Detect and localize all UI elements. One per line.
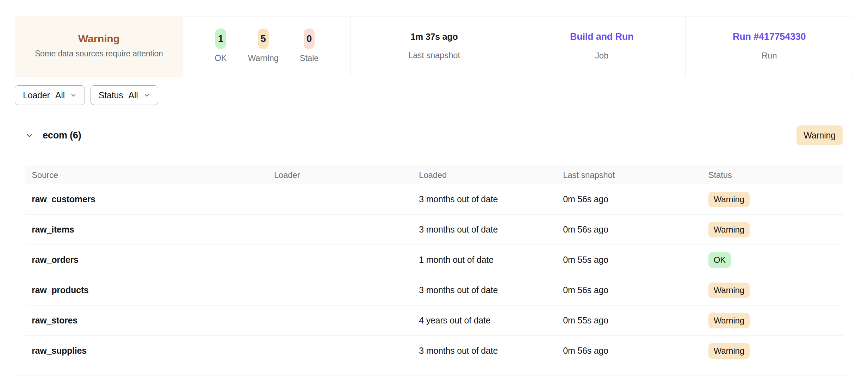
loaded-cell: 1 month out of date bbox=[412, 255, 556, 265]
table-row: raw_items 3 months out of date 0m 56s ag… bbox=[25, 215, 843, 245]
last-snapshot-cell: 0m 55s ago bbox=[556, 255, 701, 265]
status-counts-cell: 1 OK 5 Warning 0 Stale bbox=[183, 17, 351, 77]
source-name: raw_stores bbox=[25, 315, 267, 326]
loaded-cell: 3 months out of date bbox=[412, 224, 556, 235]
sources-table: Source Loader Loaded Last snapshot Statu… bbox=[25, 166, 843, 366]
overall-status-subtitle: Some data sources require attention bbox=[35, 48, 163, 59]
overall-status-title: Warning bbox=[78, 33, 119, 45]
table-row: raw_supplies 3 months out of date 0m 56s… bbox=[25, 336, 843, 366]
table-row: raw_orders 1 month out of date 0m 55s ag… bbox=[25, 245, 843, 275]
col-header-loaded: Loaded bbox=[412, 170, 556, 180]
last-snapshot-cell: 1m 37s ago Last snapshot bbox=[350, 17, 518, 77]
table-row: raw_stores 4 years out of date 0m 55s ag… bbox=[25, 305, 843, 336]
last-snapshot-cell: 0m 56s ago bbox=[556, 194, 701, 204]
stale-count-label: Stale bbox=[300, 53, 319, 63]
summary-card: Warning Some data sources require attent… bbox=[15, 17, 853, 77]
loaded-cell: 3 months out of date bbox=[412, 194, 556, 204]
col-header-loader: Loader bbox=[267, 170, 412, 180]
overall-status-cell: Warning Some data sources require attent… bbox=[15, 17, 183, 77]
status-badge: Warning bbox=[708, 192, 750, 207]
last-snapshot-cell: 0m 56s ago bbox=[556, 346, 701, 356]
data-sources-page: Warning Some data sources require attent… bbox=[0, 17, 868, 376]
loader-filter-dropdown[interactable]: Loader All bbox=[15, 85, 85, 105]
source-name: raw_products bbox=[25, 285, 267, 295]
loaded-cell: 4 years out of date bbox=[412, 315, 556, 326]
source-name: raw_supplies bbox=[25, 346, 267, 356]
loaded-cell: 3 months out of date bbox=[412, 285, 556, 295]
section-divider bbox=[15, 116, 853, 116]
chevron-down-icon bbox=[143, 92, 150, 99]
stat-warning: 5 Warning bbox=[248, 29, 279, 63]
last-snapshot-cell: 0m 55s ago bbox=[556, 315, 701, 326]
chevron-down-icon bbox=[70, 92, 77, 99]
col-header-status: Status bbox=[701, 170, 843, 180]
status-filter-label: Status bbox=[99, 90, 123, 100]
status-badge: Warning bbox=[708, 343, 750, 359]
group-status-badge: Warning bbox=[796, 125, 843, 145]
status-badge: Warning bbox=[708, 313, 750, 328]
run-link[interactable]: Run #417754330 bbox=[733, 31, 806, 42]
bottom-divider bbox=[15, 376, 853, 376]
stale-count-pill: 0 bbox=[304, 29, 315, 49]
status-badge: Warning bbox=[708, 222, 750, 237]
status-filter-value: All bbox=[129, 90, 138, 100]
run-label: Run bbox=[762, 51, 777, 61]
stat-stale: 0 Stale bbox=[300, 29, 319, 63]
job-link[interactable]: Build and Run bbox=[570, 31, 633, 42]
ok-count-label: OK bbox=[215, 53, 227, 63]
last-snapshot-cell: 0m 56s ago bbox=[556, 224, 701, 235]
warning-count-label: Warning bbox=[248, 53, 279, 63]
job-cell: Build and Run Job bbox=[518, 17, 686, 77]
table-header-row: Source Loader Loaded Last snapshot Statu… bbox=[25, 166, 843, 184]
chevron-down-icon bbox=[25, 131, 34, 140]
loaded-cell: 3 months out of date bbox=[412, 346, 556, 356]
stat-ok: 1 OK bbox=[215, 29, 227, 63]
loader-filter-value: All bbox=[55, 90, 65, 100]
col-header-last-snapshot: Last snapshot bbox=[556, 170, 701, 180]
status-filter-dropdown[interactable]: Status All bbox=[91, 85, 158, 105]
last-snapshot-label: Last snapshot bbox=[408, 50, 460, 60]
table-row: raw_products 3 months out of date 0m 56s… bbox=[25, 275, 843, 305]
source-name: raw_items bbox=[25, 224, 267, 235]
source-name: raw_orders bbox=[25, 255, 267, 265]
col-header-source: Source bbox=[25, 170, 267, 180]
group-title: ecom (6) bbox=[43, 130, 81, 141]
status-badge: Warning bbox=[708, 283, 750, 298]
loader-filter-label: Loader bbox=[23, 90, 50, 100]
last-snapshot-cell: 0m 56s ago bbox=[556, 285, 701, 295]
job-label: Job bbox=[595, 51, 608, 61]
last-snapshot-value: 1m 37s ago bbox=[410, 32, 458, 42]
ok-count-pill: 1 bbox=[215, 29, 226, 49]
group-header-ecom[interactable]: ecom (6) Warning bbox=[15, 125, 853, 145]
warning-count-pill: 5 bbox=[258, 29, 269, 49]
filter-bar: Loader All Status All bbox=[15, 85, 853, 105]
status-badge: OK bbox=[708, 252, 731, 268]
table-row: raw_customers 3 months out of date 0m 56… bbox=[25, 184, 843, 215]
source-name: raw_customers bbox=[25, 194, 267, 204]
run-cell: Run #417754330 Run bbox=[685, 17, 853, 77]
